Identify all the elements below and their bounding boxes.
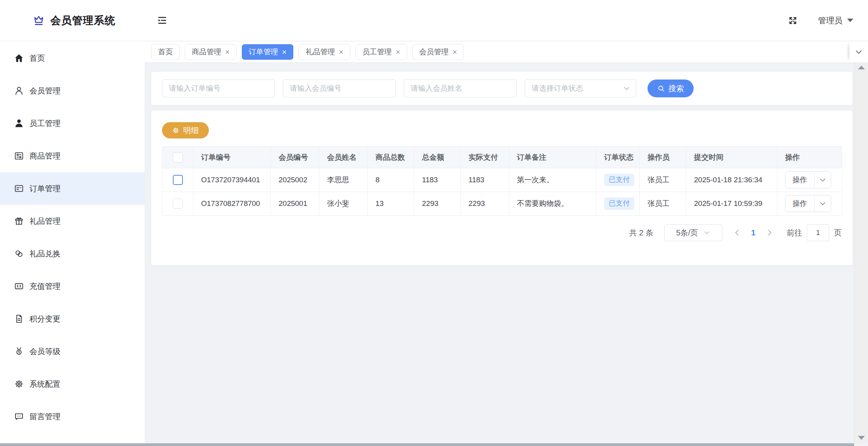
tab-close-icon[interactable]: × [396,48,400,56]
recharge-icon [14,281,24,291]
row-checkbox[interactable] [173,175,183,185]
crown-icon [33,14,45,27]
cell-member-name: 李思思 [319,168,368,192]
app-title: 会员管理系统 [50,14,115,28]
cell-submit-time: 2025-01-17 10:59:39 [686,192,777,216]
sidebar-item-gifts[interactable]: 礼品管理 [0,205,145,237]
user-menu[interactable]: 管理员 [818,15,853,26]
tab-label: 员工管理 [362,47,392,57]
tab-members[interactable]: 会员管理 × [412,44,464,60]
sidebar-item-system-config[interactable]: 系统配置 [0,368,145,400]
goto-page-input[interactable] [807,224,829,241]
fold-icon[interactable] [157,15,167,26]
sidebar-item-points[interactable]: 积分变更 [0,303,145,335]
status-badge: 已支付 [604,197,634,210]
chevron-down-icon[interactable] [815,200,831,207]
sidebar-item-member-level[interactable]: 会员等级 [0,335,145,368]
col-goods-count: 商品总数 [368,147,414,168]
sidebar-item-gift-exchange[interactable]: 礼品兑换 [0,237,145,270]
horizontal-scrollbar-thumb[interactable] [0,443,854,446]
sidebar-item-label: 充值管理 [29,281,60,292]
tab-close-icon[interactable]: × [225,48,230,56]
gear-icon [172,127,179,134]
pagination-total: 共 2 条 [629,228,653,238]
cell-member-name: 张小斐 [319,192,368,216]
cell-actual-paid: 2293 [461,192,509,216]
page-number-1[interactable]: 1 [746,228,761,237]
sidebar-item-label: 会员管理 [29,86,60,96]
table-row: O1737082778700 2025001 张小斐 13 2293 2293 … [162,192,842,216]
col-actions: 操作 [777,147,842,168]
pagination: 共 2 条 5条/页 1 前往 页 [162,224,842,241]
cell-actual-paid: 1183 [461,168,509,192]
search-icon [657,85,665,92]
gift-icon [14,216,24,226]
row-action-button[interactable]: 操作 [785,195,831,212]
col-remark: 订单备注 [509,147,596,168]
select-all-checkbox[interactable] [173,152,183,162]
cell-remark: 第一次来。 [509,168,596,192]
sidebar-item-label: 留言管理 [29,411,60,422]
cell-order-no: O1737082778700 [193,192,271,216]
order-no-input[interactable] [162,80,275,97]
exchange-icon [14,249,24,259]
order-icon [14,183,24,194]
tab-gifts[interactable]: 礼品管理 × [298,44,350,60]
col-member-name: 会员姓名 [319,147,368,168]
sidebar-item-staff[interactable]: 员工管理 [0,107,145,140]
tab-close-icon[interactable]: × [453,48,457,56]
col-order-no: 订单编号 [193,147,271,168]
member-icon [14,86,24,96]
sidebar-item-label: 系统配置 [29,379,60,389]
sidebar-item-recharge[interactable]: 充值管理 [0,270,145,303]
sidebar: 会员管理系统 首页 会员管理 员工管理 [0,0,145,443]
next-page-button[interactable] [761,228,778,237]
scroll-down-arrow-icon[interactable] [858,436,865,440]
vertical-scrollbar[interactable] [854,63,868,443]
tab-staff[interactable]: 员工管理 × [355,44,407,60]
goods-icon [14,151,24,161]
sidebar-item-messages[interactable]: 留言管理 [0,400,145,433]
order-table-card: 明细 订单编号 会员编号 会员姓名 商品总数 总金额 实际支付 订单备注 订单状… [151,111,852,265]
chevron-down-icon[interactable] [815,176,831,184]
tab-close-icon[interactable]: × [339,48,343,56]
orders-table: 订单编号 会员编号 会员姓名 商品总数 总金额 实际支付 订单备注 订单状态 操… [162,146,842,216]
sidebar-item-label: 员工管理 [29,118,60,129]
level-icon [14,346,24,356]
row-action-button[interactable]: 操作 [785,171,831,188]
cell-goods-count: 13 [368,192,414,216]
fullscreen-icon[interactable] [788,16,798,26]
tab-label: 会员管理 [419,47,449,57]
order-status-select[interactable]: 请选择订单状态 [525,80,636,97]
detail-button[interactable]: 明细 [162,122,209,138]
cell-operator: 张员工 [640,168,686,192]
tab-goods[interactable]: 商品管理 × [185,44,237,60]
sidebar-item-home[interactable]: 首页 [0,42,145,74]
status-badge: 已支付 [604,174,634,186]
select-placeholder: 请选择订单状态 [532,83,583,93]
sidebar-item-orders[interactable]: 订单管理 [0,172,145,205]
tab-bar: 首页 商品管理 × 订单管理 × 礼品管理 × 员工管理 × 会员管理 × [145,41,868,63]
tab-label: 订单管理 [249,47,278,57]
cell-order-no: O1737207394401 [193,168,271,192]
header-actions: 管理员 [788,15,853,26]
prev-page-button[interactable] [728,228,746,237]
sidebar-item-members[interactable]: 会员管理 [0,74,145,107]
page-size-select[interactable]: 5条/页 [664,224,722,241]
goto-label: 前往 [787,228,802,238]
tab-home[interactable]: 首页 [151,44,180,60]
page-unit-label: 页 [834,228,842,238]
tab-orders[interactable]: 订单管理 × [242,44,294,60]
chevron-down-icon [623,85,630,92]
scroll-up-arrow-icon[interactable] [858,66,865,69]
tabs-overflow-button[interactable] [849,41,868,62]
message-icon [14,411,24,422]
col-total-amount: 总金额 [414,147,461,168]
sidebar-item-goods[interactable]: 商品管理 [0,140,145,172]
search-button[interactable]: 搜索 [648,80,694,97]
member-no-input[interactable] [283,80,396,97]
row-checkbox[interactable] [173,199,183,209]
staff-icon [14,118,24,128]
member-name-input[interactable] [404,80,517,97]
tab-close-icon[interactable]: × [282,48,287,56]
